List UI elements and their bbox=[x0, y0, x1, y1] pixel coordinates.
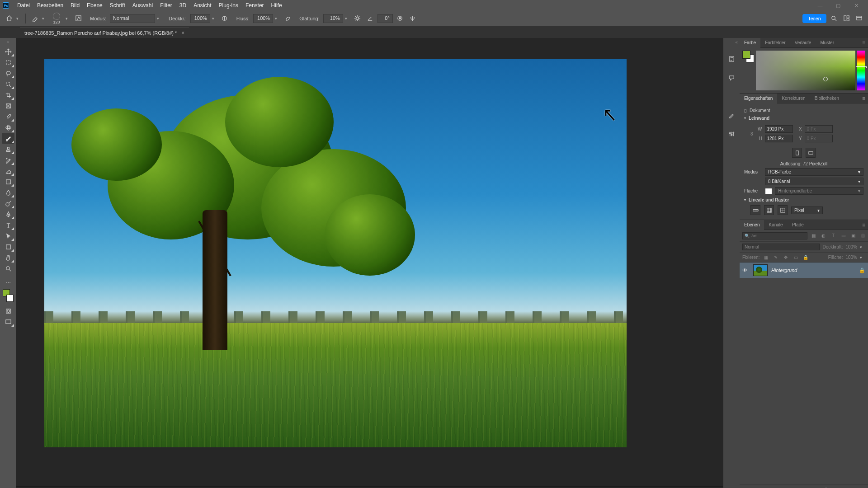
window-close[interactable]: ✕ bbox=[847, 0, 865, 10]
color-mode-select[interactable]: RGB-Farbe▾ bbox=[765, 168, 863, 176]
healing-tool[interactable] bbox=[2, 122, 14, 133]
lock-all-icon[interactable]: 🔒 bbox=[802, 254, 809, 261]
window-maximize[interactable]: ▢ bbox=[829, 0, 847, 10]
pen-tool[interactable] bbox=[2, 209, 14, 220]
filter-type-icon[interactable]: T bbox=[829, 232, 837, 240]
menu-edit[interactable]: Bearbeiten bbox=[33, 0, 67, 11]
layer-name[interactable]: Hintergrund bbox=[771, 267, 855, 273]
panel-menu-icon[interactable]: ≡ bbox=[859, 40, 868, 46]
grid-toggle-button[interactable] bbox=[764, 205, 774, 215]
quick-mask-icon[interactable] bbox=[2, 305, 14, 316]
history-panel-icon[interactable] bbox=[726, 54, 736, 64]
stamp-tool[interactable] bbox=[2, 144, 14, 155]
layer-filter-search[interactable]: 🔍Art bbox=[742, 232, 807, 239]
pressure-size-icon[interactable] bbox=[395, 13, 406, 24]
shape-tool[interactable] bbox=[2, 241, 14, 252]
history-brush-tool[interactable] bbox=[2, 155, 14, 165]
disclosure-icon[interactable]: ▾ bbox=[744, 198, 746, 202]
tab-properties[interactable]: Eigenschaften bbox=[740, 94, 777, 103]
marquee-tool[interactable] bbox=[2, 57, 14, 68]
selection-tool[interactable] bbox=[2, 79, 14, 89]
frame-tool[interactable] bbox=[2, 100, 14, 111]
color-field[interactable] bbox=[756, 51, 855, 90]
tab-color[interactable]: Farbe bbox=[740, 38, 760, 48]
crop-tool[interactable] bbox=[2, 89, 14, 100]
hue-slider[interactable] bbox=[857, 51, 865, 90]
symmetry-icon[interactable] bbox=[407, 13, 418, 24]
brush-tool[interactable] bbox=[2, 133, 14, 144]
adjustments-panel-icon[interactable] bbox=[726, 129, 736, 139]
hand-tool[interactable] bbox=[2, 252, 14, 263]
lasso-tool[interactable] bbox=[2, 68, 14, 79]
path-select-tool[interactable] bbox=[2, 230, 14, 241]
panel-menu-icon[interactable]: ≡ bbox=[859, 222, 868, 228]
workspace-icon[interactable] bbox=[841, 13, 852, 24]
smoothing-options-icon[interactable] bbox=[352, 13, 363, 24]
layer-row[interactable]: 👁 Hintergrund 🔒 bbox=[740, 263, 868, 278]
fgbg-colors[interactable] bbox=[2, 288, 14, 302]
airbrush-icon[interactable] bbox=[282, 13, 293, 24]
blend-mode-select[interactable]: Normal bbox=[110, 14, 155, 23]
brush-preview[interactable]: 120 bbox=[49, 11, 64, 26]
lock-position-icon[interactable]: ✥ bbox=[782, 254, 789, 261]
menu-help[interactable]: Hilfe bbox=[268, 0, 286, 11]
menu-plugins[interactable]: Plug-ins bbox=[215, 0, 242, 11]
lock-artboard-icon[interactable]: ▭ bbox=[792, 254, 799, 261]
tab-paths[interactable]: Pfade bbox=[788, 220, 808, 230]
tab-gradients[interactable]: Verläufe bbox=[790, 38, 816, 48]
menu-type[interactable]: Schrift bbox=[106, 0, 129, 11]
pressure-opacity-icon[interactable] bbox=[219, 13, 230, 24]
fill-dropdown-icon[interactable]: ▾ bbox=[860, 255, 865, 260]
guides-toggle-button[interactable] bbox=[778, 205, 788, 215]
document-tab[interactable]: tree-7186835_Ramon Perucho auf Pixabay.j… bbox=[20, 28, 189, 38]
eyedropper-tool[interactable] bbox=[2, 111, 14, 122]
fgbg-swatch[interactable] bbox=[742, 51, 754, 62]
share-button[interactable]: Teilen bbox=[802, 14, 826, 23]
height-field[interactable]: 1281 Px bbox=[765, 135, 793, 142]
zoom-tool[interactable] bbox=[2, 263, 14, 274]
filter-pixel-icon[interactable]: ▦ bbox=[809, 232, 817, 240]
tab-swatches[interactable]: Farbfelder bbox=[760, 38, 790, 48]
landscape-orient-button[interactable] bbox=[806, 148, 816, 158]
screen-mode-icon[interactable] bbox=[854, 13, 864, 24]
smoothing-dropdown[interactable]: ▾ bbox=[345, 16, 350, 21]
blur-tool[interactable] bbox=[2, 187, 14, 198]
rulers-toggle-button[interactable] bbox=[750, 205, 760, 215]
filter-toggle[interactable] bbox=[861, 234, 865, 238]
toolbar-collapse-icon[interactable]: » bbox=[7, 40, 9, 44]
search-icon[interactable] bbox=[828, 13, 839, 24]
filter-shape-icon[interactable]: ▭ bbox=[839, 232, 847, 240]
tool-preset-dropdown[interactable]: ▾ bbox=[42, 16, 47, 21]
opacity-dropdown-icon[interactable]: ▾ bbox=[860, 245, 865, 249]
portrait-orient-button[interactable] bbox=[792, 148, 802, 158]
eraser-tool[interactable] bbox=[2, 165, 14, 176]
close-icon[interactable]: × bbox=[181, 30, 184, 36]
lock-transparency-icon[interactable]: ▦ bbox=[762, 254, 769, 261]
layer-blend-select[interactable]: Normal bbox=[742, 244, 820, 250]
tool-preset-icon[interactable] bbox=[29, 13, 40, 24]
brushes-panel-icon[interactable] bbox=[726, 110, 736, 120]
tab-channels[interactable]: Kanäle bbox=[764, 220, 787, 230]
window-minimize[interactable]: — bbox=[811, 0, 829, 10]
mode-dropdown-icon[interactable]: ▾ bbox=[157, 16, 162, 21]
link-wh-icon[interactable]: 8 bbox=[750, 131, 753, 136]
menu-3d[interactable]: 3D bbox=[176, 0, 190, 11]
smoothing-field[interactable]: 10% bbox=[323, 14, 343, 23]
filter-adjust-icon[interactable]: ◐ bbox=[819, 232, 827, 240]
panel-strip-collapse-icon[interactable]: « bbox=[735, 40, 740, 45]
comments-panel-icon[interactable] bbox=[726, 73, 736, 83]
move-tool[interactable] bbox=[2, 46, 14, 57]
angle-field[interactable]: 0° bbox=[377, 14, 393, 23]
disclosure-icon[interactable]: ▾ bbox=[744, 116, 746, 120]
edit-toolbar-icon[interactable]: ⋯ bbox=[2, 277, 14, 288]
flow-dropdown[interactable]: ▾ bbox=[275, 16, 280, 21]
layer-fill-value[interactable]: 100% bbox=[845, 255, 857, 260]
fill-swatch[interactable] bbox=[765, 188, 772, 194]
brush-preset-dropdown[interactable]: ▾ bbox=[66, 16, 71, 21]
document-image[interactable] bbox=[44, 59, 627, 447]
opacity-dropdown[interactable]: ▾ bbox=[212, 16, 217, 21]
filter-smart-icon[interactable]: ▣ bbox=[849, 232, 857, 240]
menu-file[interactable]: Datei bbox=[14, 0, 33, 11]
opacity-field[interactable]: 100% bbox=[190, 14, 210, 23]
dodge-tool[interactable] bbox=[2, 198, 14, 209]
